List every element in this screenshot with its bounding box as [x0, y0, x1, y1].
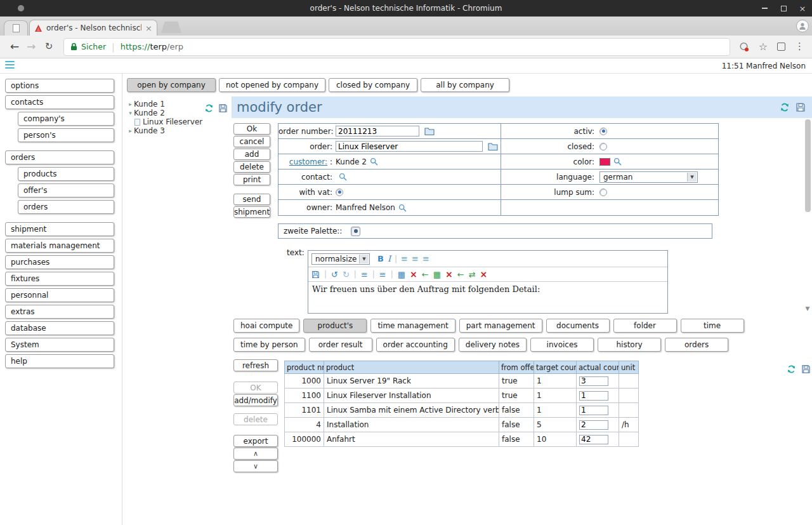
move-up-button[interactable]: ∧ — [233, 448, 278, 460]
zweite-palette-toggle[interactable] — [351, 227, 360, 236]
sidebar-item-persons[interactable]: person's — [18, 128, 114, 142]
table-row[interactable]: 1101 Linux Samba mit einem Active Direct… — [285, 403, 639, 418]
align-left-icon[interactable]: ≡ — [401, 255, 408, 263]
table-refresh-icon[interactable] — [787, 364, 796, 374]
sidebar-item-options[interactable]: options — [5, 79, 114, 93]
actual-count-input[interactable] — [579, 420, 608, 430]
tab-open-by-company[interactable]: open by company — [127, 78, 216, 92]
tab-documents[interactable]: documents — [546, 319, 610, 333]
sidebar-item-orders[interactable]: orders — [5, 150, 114, 164]
lump-sum-radio[interactable] — [599, 189, 607, 196]
delete-row-icon[interactable]: × — [445, 270, 453, 279]
panel-refresh-icon[interactable] — [780, 102, 790, 112]
print-button[interactable]: print — [233, 174, 270, 185]
actual-count-input[interactable] — [579, 406, 608, 415]
insert-column-icon[interactable]: ▦ — [433, 270, 441, 279]
table-row[interactable]: 100000 Anfahrt false 10 — [285, 432, 639, 447]
tab-all-by-company[interactable]: all by company — [421, 78, 509, 92]
bookmark-star-icon[interactable]: ☆ — [759, 42, 768, 52]
language-select[interactable]: german▼ — [599, 171, 698, 183]
actual-count-input[interactable] — [579, 376, 608, 386]
closed-radio[interactable] — [599, 143, 607, 150]
add-modify-button[interactable]: add/modify — [233, 394, 278, 406]
tab-history[interactable]: history — [598, 338, 661, 352]
refresh-button[interactable]: refresh — [233, 359, 278, 371]
tab-products[interactable]: product's — [303, 319, 367, 333]
actual-count-input[interactable] — [579, 435, 608, 444]
minimize-button[interactable] — [755, 0, 774, 17]
table-row[interactable]: 1100 Linux Fileserver Installation true … — [285, 389, 639, 403]
tree-save-icon[interactable] — [218, 103, 228, 113]
sidebar-item-materials-management[interactable]: materials management — [5, 239, 114, 253]
tree-item-linux-fileserver[interactable]: Linux Fileserver — [134, 117, 228, 126]
move-column-icon[interactable]: ⇄ — [469, 270, 476, 279]
insert-table-icon[interactable]: ▦ — [398, 270, 405, 279]
shipment-button[interactable]: shipment — [233, 206, 270, 218]
owner-search-icon[interactable] — [398, 204, 407, 212]
merge-cells-icon[interactable]: ← — [457, 270, 464, 279]
editor-save-icon[interactable] — [311, 270, 320, 279]
sidebar-item-system[interactable]: System — [5, 338, 114, 352]
table-save-icon[interactable] — [801, 364, 811, 374]
menu-kebab-icon[interactable]: ⋮ — [795, 42, 804, 51]
sidebar-item-companys[interactable]: company's — [18, 112, 114, 126]
insert-row-icon[interactable]: ← — [422, 270, 429, 279]
tab-time-by-person[interactable]: time by person — [233, 338, 305, 352]
panel-save-icon[interactable] — [796, 102, 806, 112]
table-row[interactable]: 1000 Linux Server 19" Rack true 1 — [285, 374, 639, 389]
contact-search-icon[interactable] — [339, 173, 347, 181]
order-input[interactable] — [336, 141, 483, 152]
tab-hoai-compute[interactable]: hoai compute — [233, 319, 299, 333]
tree-item-kunde3[interactable]: ▸Kunde 3 — [127, 126, 228, 135]
order-number-folder-icon[interactable] — [424, 127, 435, 135]
customer-search-icon[interactable] — [370, 157, 378, 166]
profile-avatar[interactable] — [796, 20, 809, 32]
align-center-icon[interactable]: ≡ — [412, 255, 419, 263]
sidebar-item-personnal[interactable]: personnal — [5, 288, 114, 302]
tab-order-result[interactable]: order result — [309, 338, 372, 352]
actual-count-input[interactable] — [579, 391, 608, 401]
sidebar-item-offers[interactable]: offer's — [18, 183, 114, 197]
new-tab-button[interactable] — [161, 22, 181, 33]
address-bar[interactable]: Sicher | https://terp/erp — [63, 38, 730, 56]
expander-collapsed-icon[interactable]: ▸ — [127, 101, 134, 107]
table-row[interactable]: 4 Installation false 5 /h — [285, 418, 639, 432]
reload-button[interactable]: ↻ — [41, 42, 57, 51]
scrollbar-down-arrow[interactable]: ▼ — [803, 305, 812, 313]
delete-button[interactable]: delete — [233, 161, 270, 173]
sidebar-item-products[interactable]: products — [18, 167, 114, 181]
sidebar-item-database[interactable]: database — [5, 321, 114, 335]
color-swatch[interactable] — [599, 158, 610, 166]
sidebar-item-help[interactable]: help — [5, 354, 114, 368]
order-folder-icon[interactable] — [488, 142, 498, 150]
back-button[interactable]: ← — [6, 41, 23, 52]
sidebar-item-purchases[interactable]: purchases — [5, 255, 114, 269]
secure-label[interactable]: Sicher — [81, 42, 106, 51]
fullscreen-icon[interactable] — [777, 43, 785, 51]
activ-radio[interactable] — [599, 128, 607, 135]
close-button[interactable]: × — [793, 0, 812, 17]
with-vat-radio[interactable] — [336, 189, 343, 196]
color-search-icon[interactable] — [613, 157, 622, 166]
numbered-list-icon[interactable]: ≡ — [379, 270, 386, 279]
tab-order-accounting[interactable]: order accounting — [376, 338, 455, 352]
tab-not-opened-by-company[interactable]: not opened by company — [219, 78, 325, 92]
send-button[interactable]: send — [233, 194, 270, 205]
undo-icon[interactable]: ↺ — [331, 270, 338, 279]
tab-part-management[interactable]: part management — [459, 319, 542, 333]
tab-time-management[interactable]: time management — [370, 319, 455, 333]
bold-icon[interactable]: B — [377, 255, 384, 263]
tab-invoices[interactable]: invoices — [530, 338, 594, 352]
ok-button[interactable]: Ok — [233, 123, 270, 135]
order-number-input[interactable] — [336, 126, 419, 136]
tab-folder[interactable]: folder — [613, 319, 677, 333]
editor-content[interactable]: Wir freuen uns über den Auftrag mit folg… — [308, 282, 667, 296]
redo-icon[interactable]: ↻ — [343, 270, 350, 279]
sidebar-item-fixtures[interactable]: fixtures — [5, 272, 114, 286]
menu-toggle-icon[interactable] — [5, 61, 15, 69]
sidebar-item-shipment[interactable]: shipment — [5, 222, 114, 236]
italic-icon[interactable]: I — [388, 255, 391, 263]
add-button[interactable]: add — [233, 149, 270, 160]
align-right-icon[interactable]: ≡ — [422, 255, 429, 263]
maximize-button[interactable] — [774, 0, 793, 17]
